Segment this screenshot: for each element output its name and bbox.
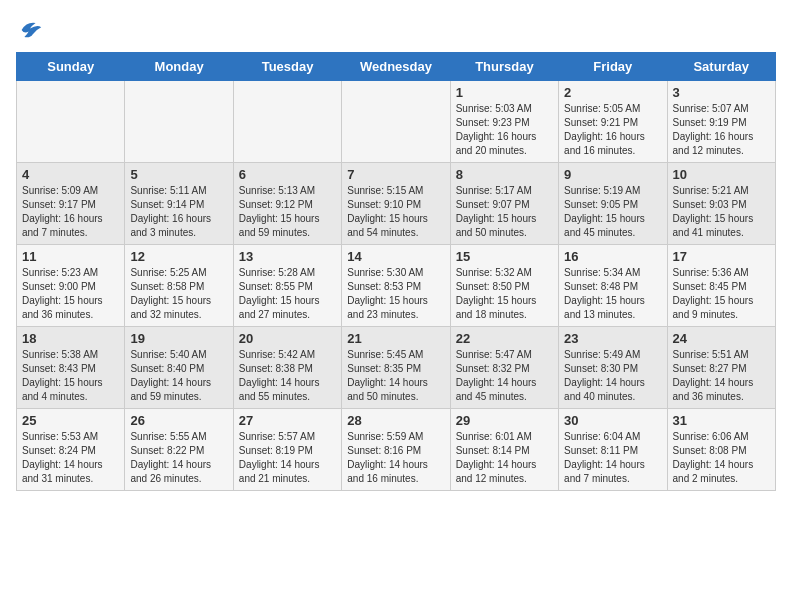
calendar-cell: 18Sunrise: 5:38 AM Sunset: 8:43 PM Dayli… — [17, 327, 125, 409]
day-number: 3 — [673, 85, 770, 100]
calendar-cell — [342, 81, 450, 163]
calendar-cell — [17, 81, 125, 163]
calendar-body: 1Sunrise: 5:03 AM Sunset: 9:23 PM Daylig… — [17, 81, 776, 491]
day-info: Sunrise: 5:34 AM Sunset: 8:48 PM Dayligh… — [564, 266, 661, 322]
calendar-cell: 5Sunrise: 5:11 AM Sunset: 9:14 PM Daylig… — [125, 163, 233, 245]
day-info: Sunrise: 5:21 AM Sunset: 9:03 PM Dayligh… — [673, 184, 770, 240]
day-number: 9 — [564, 167, 661, 182]
day-info: Sunrise: 5:32 AM Sunset: 8:50 PM Dayligh… — [456, 266, 553, 322]
day-number: 27 — [239, 413, 336, 428]
calendar-cell: 22Sunrise: 5:47 AM Sunset: 8:32 PM Dayli… — [450, 327, 558, 409]
day-info: Sunrise: 5:15 AM Sunset: 9:10 PM Dayligh… — [347, 184, 444, 240]
day-info: Sunrise: 5:38 AM Sunset: 8:43 PM Dayligh… — [22, 348, 119, 404]
calendar-cell: 14Sunrise: 5:30 AM Sunset: 8:53 PM Dayli… — [342, 245, 450, 327]
day-number: 7 — [347, 167, 444, 182]
logo-bird-icon — [16, 16, 44, 44]
calendar-cell: 11Sunrise: 5:23 AM Sunset: 9:00 PM Dayli… — [17, 245, 125, 327]
day-info: Sunrise: 5:19 AM Sunset: 9:05 PM Dayligh… — [564, 184, 661, 240]
calendar-cell: 2Sunrise: 5:05 AM Sunset: 9:21 PM Daylig… — [559, 81, 667, 163]
calendar-cell: 12Sunrise: 5:25 AM Sunset: 8:58 PM Dayli… — [125, 245, 233, 327]
day-info: Sunrise: 6:06 AM Sunset: 8:08 PM Dayligh… — [673, 430, 770, 486]
day-info: Sunrise: 5:57 AM Sunset: 8:19 PM Dayligh… — [239, 430, 336, 486]
calendar-week-row: 1Sunrise: 5:03 AM Sunset: 9:23 PM Daylig… — [17, 81, 776, 163]
day-info: Sunrise: 5:05 AM Sunset: 9:21 PM Dayligh… — [564, 102, 661, 158]
day-info: Sunrise: 5:07 AM Sunset: 9:19 PM Dayligh… — [673, 102, 770, 158]
day-number: 12 — [130, 249, 227, 264]
calendar-cell: 15Sunrise: 5:32 AM Sunset: 8:50 PM Dayli… — [450, 245, 558, 327]
calendar-table: SundayMondayTuesdayWednesdayThursdayFrid… — [16, 52, 776, 491]
day-info: Sunrise: 5:42 AM Sunset: 8:38 PM Dayligh… — [239, 348, 336, 404]
calendar-cell: 1Sunrise: 5:03 AM Sunset: 9:23 PM Daylig… — [450, 81, 558, 163]
calendar-cell: 21Sunrise: 5:45 AM Sunset: 8:35 PM Dayli… — [342, 327, 450, 409]
calendar-cell: 20Sunrise: 5:42 AM Sunset: 8:38 PM Dayli… — [233, 327, 341, 409]
day-info: Sunrise: 5:09 AM Sunset: 9:17 PM Dayligh… — [22, 184, 119, 240]
day-header-wednesday: Wednesday — [342, 53, 450, 81]
day-info: Sunrise: 6:01 AM Sunset: 8:14 PM Dayligh… — [456, 430, 553, 486]
day-number: 15 — [456, 249, 553, 264]
day-number: 29 — [456, 413, 553, 428]
day-number: 23 — [564, 331, 661, 346]
calendar-cell — [125, 81, 233, 163]
day-number: 17 — [673, 249, 770, 264]
calendar-cell: 24Sunrise: 5:51 AM Sunset: 8:27 PM Dayli… — [667, 327, 775, 409]
day-number: 20 — [239, 331, 336, 346]
day-info: Sunrise: 5:45 AM Sunset: 8:35 PM Dayligh… — [347, 348, 444, 404]
day-number: 5 — [130, 167, 227, 182]
day-info: Sunrise: 5:51 AM Sunset: 8:27 PM Dayligh… — [673, 348, 770, 404]
day-number: 8 — [456, 167, 553, 182]
day-info: Sunrise: 5:11 AM Sunset: 9:14 PM Dayligh… — [130, 184, 227, 240]
day-info: Sunrise: 5:30 AM Sunset: 8:53 PM Dayligh… — [347, 266, 444, 322]
day-info: Sunrise: 5:49 AM Sunset: 8:30 PM Dayligh… — [564, 348, 661, 404]
day-info: Sunrise: 5:40 AM Sunset: 8:40 PM Dayligh… — [130, 348, 227, 404]
calendar-cell: 29Sunrise: 6:01 AM Sunset: 8:14 PM Dayli… — [450, 409, 558, 491]
day-number: 18 — [22, 331, 119, 346]
day-info: Sunrise: 5:36 AM Sunset: 8:45 PM Dayligh… — [673, 266, 770, 322]
calendar-cell: 30Sunrise: 6:04 AM Sunset: 8:11 PM Dayli… — [559, 409, 667, 491]
day-number: 1 — [456, 85, 553, 100]
day-number: 13 — [239, 249, 336, 264]
day-header-sunday: Sunday — [17, 53, 125, 81]
day-info: Sunrise: 5:28 AM Sunset: 8:55 PM Dayligh… — [239, 266, 336, 322]
calendar-cell: 23Sunrise: 5:49 AM Sunset: 8:30 PM Dayli… — [559, 327, 667, 409]
day-info: Sunrise: 5:03 AM Sunset: 9:23 PM Dayligh… — [456, 102, 553, 158]
calendar-cell: 31Sunrise: 6:06 AM Sunset: 8:08 PM Dayli… — [667, 409, 775, 491]
day-number: 14 — [347, 249, 444, 264]
calendar-cell: 6Sunrise: 5:13 AM Sunset: 9:12 PM Daylig… — [233, 163, 341, 245]
header — [16, 16, 776, 44]
day-number: 6 — [239, 167, 336, 182]
calendar-cell: 13Sunrise: 5:28 AM Sunset: 8:55 PM Dayli… — [233, 245, 341, 327]
day-number: 31 — [673, 413, 770, 428]
day-info: Sunrise: 5:47 AM Sunset: 8:32 PM Dayligh… — [456, 348, 553, 404]
day-number: 10 — [673, 167, 770, 182]
day-number: 26 — [130, 413, 227, 428]
day-info: Sunrise: 5:13 AM Sunset: 9:12 PM Dayligh… — [239, 184, 336, 240]
day-number: 19 — [130, 331, 227, 346]
calendar-cell: 25Sunrise: 5:53 AM Sunset: 8:24 PM Dayli… — [17, 409, 125, 491]
day-number: 22 — [456, 331, 553, 346]
day-info: Sunrise: 5:23 AM Sunset: 9:00 PM Dayligh… — [22, 266, 119, 322]
calendar-cell: 28Sunrise: 5:59 AM Sunset: 8:16 PM Dayli… — [342, 409, 450, 491]
calendar-cell: 3Sunrise: 5:07 AM Sunset: 9:19 PM Daylig… — [667, 81, 775, 163]
day-number: 24 — [673, 331, 770, 346]
day-info: Sunrise: 5:25 AM Sunset: 8:58 PM Dayligh… — [130, 266, 227, 322]
calendar-cell: 10Sunrise: 5:21 AM Sunset: 9:03 PM Dayli… — [667, 163, 775, 245]
day-number: 21 — [347, 331, 444, 346]
logo — [16, 16, 48, 44]
day-number: 16 — [564, 249, 661, 264]
calendar-cell — [233, 81, 341, 163]
calendar-week-row: 25Sunrise: 5:53 AM Sunset: 8:24 PM Dayli… — [17, 409, 776, 491]
day-header-tuesday: Tuesday — [233, 53, 341, 81]
calendar-cell: 16Sunrise: 5:34 AM Sunset: 8:48 PM Dayli… — [559, 245, 667, 327]
day-info: Sunrise: 5:59 AM Sunset: 8:16 PM Dayligh… — [347, 430, 444, 486]
calendar-cell: 7Sunrise: 5:15 AM Sunset: 9:10 PM Daylig… — [342, 163, 450, 245]
day-number: 11 — [22, 249, 119, 264]
calendar-week-row: 11Sunrise: 5:23 AM Sunset: 9:00 PM Dayli… — [17, 245, 776, 327]
calendar-week-row: 18Sunrise: 5:38 AM Sunset: 8:43 PM Dayli… — [17, 327, 776, 409]
day-header-saturday: Saturday — [667, 53, 775, 81]
day-number: 30 — [564, 413, 661, 428]
calendar-cell: 9Sunrise: 5:19 AM Sunset: 9:05 PM Daylig… — [559, 163, 667, 245]
day-info: Sunrise: 5:53 AM Sunset: 8:24 PM Dayligh… — [22, 430, 119, 486]
calendar-cell: 26Sunrise: 5:55 AM Sunset: 8:22 PM Dayli… — [125, 409, 233, 491]
calendar-cell: 19Sunrise: 5:40 AM Sunset: 8:40 PM Dayli… — [125, 327, 233, 409]
day-number: 2 — [564, 85, 661, 100]
